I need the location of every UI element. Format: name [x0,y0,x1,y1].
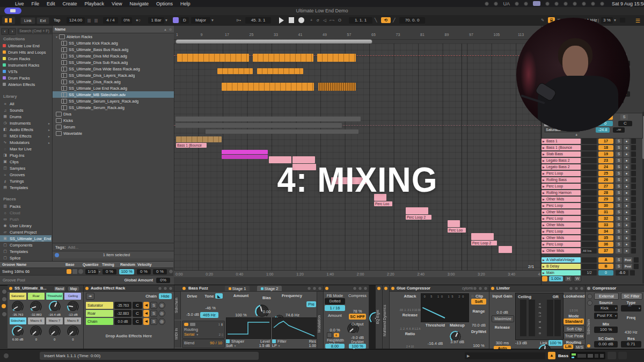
pan-field[interactable]: C [618,121,632,126]
arrangement-clip[interactable]: Perc Loo [374,201,392,206]
tap-button[interactable]: Tap [54,18,60,23]
arm-button[interactable]: ● [624,139,630,144]
glue-title[interactable]: Glue Compressor cytomic [390,285,489,292]
device-on-led[interactable] [9,287,12,290]
track-row[interactable]: Perc Loop27S● [541,183,642,189]
sidebar-library-item[interactable]: ◌Max for Live [0,146,52,152]
filter-icon[interactable]: ⊜ [169,27,172,31]
sidebar-library-item[interactable]: ▦Drums [0,113,52,120]
chain-1-indicator[interactable]: 1 ▮ [218,322,223,326]
macro-knob[interactable] [32,302,40,311]
groove-amount-field[interactable]: 0% [121,17,132,24]
sidebar-place-item[interactable]: ▢Templates [0,248,52,255]
arm-button[interactable]: ● [624,235,630,241]
track-number-field[interactable]: B [598,264,613,269]
sidebar-library-item[interactable]: ≈Grooves [0,171,52,178]
feedback-device-title[interactable] [324,285,369,292]
folder-open-chevron[interactable]: ▾ [56,35,57,39]
io-toggle-icon[interactable] [2,289,7,294]
time-ruler[interactable]: 0:000:200:401:001:201:402:002:202:403:00… [174,270,541,278]
sidebar-library-item[interactable]: ◫Samples [0,165,52,171]
limiter-release-value[interactable]: 300 ms [492,341,513,345]
hide-button[interactable]: Hide [159,293,172,299]
track-name[interactable]: Stab Bass [541,151,581,157]
chain-speaker-icon[interactable]: ◀ [143,302,149,309]
global-amount-field[interactable]: 0% [156,278,170,283]
solo-button[interactable]: S [616,216,622,221]
info-icon[interactable] [4,353,9,358]
status-icon[interactable] [494,2,498,6]
link-value[interactable]: 100 % [548,340,562,346]
track-io-cell[interactable] [582,209,597,215]
track-name[interactable]: Bass 1 (Bounce [541,145,581,150]
track-name[interactable]: Bass 1 [541,139,581,144]
sc-filter-button[interactable]: SC Filter [621,293,642,300]
track-row[interactable]: Other Mids29S● [541,196,642,202]
device-on-led[interactable] [377,287,380,290]
metronome-icon[interactable]: ●○ [136,18,141,23]
blend-value[interactable]: 90 / 10 [210,341,224,345]
sidebar-collection-item[interactable]: Drum Packs [0,75,52,81]
zoom-height-button[interactable]: H [565,276,572,282]
arm-button[interactable]: ● [624,197,630,202]
status-icon[interactable] [564,2,568,6]
track-row[interactable]: Other Mids35S● [541,235,642,241]
macro-knob[interactable] [13,302,22,311]
main-track-row[interactable]: Main1/20-6.0 [541,270,642,276]
glue-drywet-value[interactable]: 100 % [469,343,488,348]
base-chevron-icon[interactable]: ▾ [99,270,100,273]
grid-interval-label[interactable]: 2/1 [528,264,534,269]
solo-button[interactable]: S [616,197,622,202]
macro-cell[interactable]: Macro 70 [46,317,63,341]
track-number-field[interactable]: 23 [598,158,613,163]
track-row[interactable]: Perc Loop34S● [541,228,642,234]
zoom-width-button[interactable]: W [574,276,581,282]
sidebar-place-item[interactable]: ◉User Library [0,222,52,229]
width-value[interactable]: 8.00 [325,344,345,349]
track-io-cell[interactable] [582,264,597,269]
menu-item-live[interactable]: Live [15,1,24,6]
track-number-field[interactable]: 34 [598,229,613,234]
search-icon[interactable] [591,2,595,6]
output-value[interactable]: -9.0 dB [347,335,368,340]
sort-icon[interactable]: ▲ [164,28,167,31]
track-io-cell[interactable] [582,257,597,263]
tags-add-button[interactable]: Add... [68,245,78,250]
groove-random-field[interactable]: 0 % [137,269,151,274]
scale-name-field[interactable]: Major [191,17,210,24]
arrangement-clip[interactable] [175,117,361,121]
groove-preview-icon[interactable] [78,269,83,274]
sidebar-place-item[interactable]: ▥Packs [0,203,52,209]
gr-bar[interactable] [554,300,561,336]
track-io-cell[interactable] [582,145,597,150]
arrangement-clip[interactable] [318,83,356,91]
groove-row[interactable]: Swing 16ths 66 1/16 ▾ 0 % 100 % 0 % 0 % [0,268,173,276]
expand-icon[interactable] [2,296,7,302]
chain-speaker-icon[interactable]: ◀ [143,318,149,325]
solo-button[interactable]: S [616,164,622,170]
control-center-icon[interactable] [600,2,604,6]
loop-length-field[interactable]: 70. 0. 0 [399,17,425,24]
arrangement-clip[interactable]: Bass 1 (Bounce [176,143,207,148]
scale-root-field[interactable]: D [180,17,189,24]
track-io-cell[interactable] [582,164,597,170]
chain-hotswap-icon[interactable]: ◎ [158,310,165,317]
shaper-toggle[interactable] [226,339,230,343]
punch-out-icon[interactable]: ╱ [393,18,396,23]
tone-freq-field[interactable]: 465 Hz [200,312,218,318]
play-button[interactable] [279,17,284,24]
track-number-field[interactable]: 35 [598,235,613,241]
track-row[interactable]: A ValhallaVintageASPost [541,257,642,263]
arrangement-clip[interactable]: Perc Loop 2 [471,241,497,245]
macro-toggle-button[interactable]: ↠ [86,293,94,300]
solo-button[interactable]: S [616,158,622,163]
macro-knob[interactable] [50,302,59,311]
track-name[interactable]: Legato Bass 2 [541,164,581,170]
arm-button[interactable]: ● [624,222,630,228]
chain-pan[interactable]: C [133,310,142,317]
arm-button[interactable]: ● [624,216,630,221]
device-on-led[interactable] [491,287,494,290]
chain-pan[interactable]: C [133,318,142,325]
track-name[interactable]: Other Mids [541,235,581,241]
device-title-icons[interactable] [158,286,173,291]
